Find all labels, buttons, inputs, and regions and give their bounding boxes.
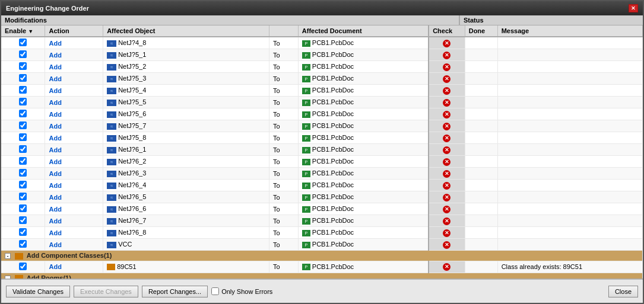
affected-doc-cell: PPCB1.PcbDoc bbox=[298, 97, 429, 108]
action-cell: Add bbox=[45, 203, 103, 215]
to-cell: To bbox=[269, 215, 298, 227]
row-enable-checkbox[interactable] bbox=[19, 240, 27, 248]
group-component-label: Add Component Classes(1) bbox=[27, 252, 112, 259]
table-row: Add≈NetJ?6_6ToPPCB1.PcbDoc✕ bbox=[1, 203, 643, 215]
table-row: Add≈NetJ?5_6ToPPCB1.PcbDoc✕ bbox=[1, 108, 643, 120]
check-error-icon: ✕ bbox=[443, 111, 451, 119]
table-row: Add≈NetJ?5_3ToPPCB1.PcbDoc✕ bbox=[1, 73, 643, 85]
group-row-component-classes: - Add Component Classes(1) bbox=[1, 251, 643, 261]
done-cell bbox=[465, 37, 497, 49]
row-enable-checkbox[interactable] bbox=[19, 62, 27, 70]
to-cell: To bbox=[269, 227, 298, 239]
action-cell: Add bbox=[45, 37, 103, 49]
affected-doc-cell: PPCB1.PcbDoc bbox=[298, 85, 429, 97]
affected-doc-cell: PPCB1.PcbDoc bbox=[298, 144, 429, 156]
affected-object-cell: ≈NetJ?5_5 bbox=[103, 97, 269, 108]
action-cell: Add bbox=[45, 49, 103, 61]
col-header-check: Check bbox=[429, 25, 465, 37]
row-enable-checkbox[interactable] bbox=[19, 110, 27, 117]
col-header-to bbox=[269, 25, 298, 37]
row-enable-checkbox[interactable] bbox=[19, 50, 27, 58]
check-error-icon: ✕ bbox=[443, 40, 451, 47]
affected-object-cell: ≈NetJ?6_3 bbox=[103, 168, 269, 180]
action-cell: Add bbox=[45, 132, 103, 144]
affected-doc-cell: PPCB1.PcbDoc bbox=[298, 180, 429, 191]
col-header-done: Done bbox=[465, 25, 497, 37]
check-error-icon: ✕ bbox=[443, 241, 451, 249]
row-enable-checkbox[interactable] bbox=[19, 145, 27, 153]
row-enable-checkbox[interactable] bbox=[19, 169, 27, 177]
done-cell bbox=[465, 227, 497, 239]
action-cell: Add bbox=[45, 97, 103, 108]
row-enable-checkbox[interactable] bbox=[19, 86, 27, 94]
message-cell bbox=[497, 227, 642, 239]
to-cell: To bbox=[269, 203, 298, 215]
only-show-errors-checkbox[interactable] bbox=[211, 287, 219, 295]
check-error-icon: ✕ bbox=[443, 52, 451, 59]
to-cell: To bbox=[269, 61, 298, 73]
done-cell bbox=[465, 73, 497, 85]
action-cell: Add bbox=[45, 120, 103, 132]
action-cell: Add bbox=[45, 239, 103, 251]
check-cell: ✕ bbox=[429, 49, 465, 61]
affected-doc-cell: PPCB1.PcbDoc bbox=[298, 227, 429, 239]
row-enable-checkbox[interactable] bbox=[19, 204, 27, 212]
report-changes-button[interactable]: Report Changes... bbox=[142, 286, 208, 297]
check-cell: ✕ bbox=[429, 156, 465, 168]
collapse-component-icon[interactable]: - bbox=[5, 253, 11, 259]
window-title: Engineering Change Order bbox=[6, 5, 89, 12]
done-cell bbox=[465, 144, 497, 156]
row-enable-checkbox[interactable] bbox=[19, 181, 27, 188]
row-enable-checkbox[interactable] bbox=[19, 263, 27, 270]
row-enable-checkbox[interactable] bbox=[19, 193, 27, 200]
message-cell bbox=[497, 132, 642, 144]
bottom-bar: Validate Changes Execute Changes Report … bbox=[1, 279, 643, 303]
affected-doc-cell: PPCB1.PcbDoc bbox=[298, 108, 429, 120]
done-cell bbox=[465, 168, 497, 180]
close-button[interactable]: Close bbox=[608, 286, 638, 297]
table-row: Add≈NetJ?6_1ToPPCB1.PcbDoc✕ bbox=[1, 144, 643, 156]
execute-changes-button[interactable]: Execute Changes bbox=[74, 286, 138, 297]
table-row: Add≈NetJ?5_1ToPPCB1.PcbDoc✕ bbox=[1, 49, 643, 61]
col-header-enable: Enable ▼ bbox=[1, 25, 45, 37]
folder-icon bbox=[15, 253, 23, 260]
to-cell: To bbox=[269, 239, 298, 251]
row-enable-checkbox[interactable] bbox=[19, 98, 27, 105]
row-enable-checkbox[interactable] bbox=[19, 228, 27, 236]
to-cell: To bbox=[269, 191, 298, 203]
affected-doc-cell: PPCB1.PcbDoc bbox=[298, 203, 429, 215]
check-error-icon: ✕ bbox=[443, 63, 451, 71]
affected-object-cell: 89C51 bbox=[103, 261, 269, 273]
table-row: Add≈NetJ?6_5ToPPCB1.PcbDoc✕ bbox=[1, 191, 643, 203]
row-enable-checkbox[interactable] bbox=[19, 216, 27, 224]
action-cell: Add bbox=[45, 156, 103, 168]
group-row-rooms: - Add Rooms(1) bbox=[1, 273, 643, 279]
row-enable-checkbox[interactable] bbox=[19, 157, 27, 165]
done-cell bbox=[465, 180, 497, 191]
affected-object-cell: ≈NetJ?5_2 bbox=[103, 61, 269, 73]
affected-doc-cell: PPCB1.PcbDoc bbox=[298, 239, 429, 251]
check-cell: ✕ bbox=[429, 227, 465, 239]
to-cell: To bbox=[269, 49, 298, 61]
affected-doc-cell: PPCB1.PcbDoc bbox=[298, 191, 429, 203]
to-cell: To bbox=[269, 144, 298, 156]
check-cell: ✕ bbox=[429, 97, 465, 108]
row-enable-checkbox[interactable] bbox=[19, 39, 27, 46]
check-cell: ✕ bbox=[429, 61, 465, 73]
check-error-icon: ✕ bbox=[443, 182, 451, 190]
check-error-icon: ✕ bbox=[443, 206, 451, 213]
action-cell: Add bbox=[45, 227, 103, 239]
table-row: Add≈NetJ?6_3ToPPCB1.PcbDoc✕ bbox=[1, 168, 643, 180]
table-row: Add≈NetJ?5_4ToPPCB1.PcbDoc✕ bbox=[1, 85, 643, 97]
validate-changes-button[interactable]: Validate Changes bbox=[6, 286, 70, 297]
row-enable-checkbox[interactable] bbox=[19, 121, 27, 129]
message-cell bbox=[497, 61, 642, 73]
row-enable-checkbox[interactable] bbox=[19, 133, 27, 141]
close-window-button[interactable]: ✕ bbox=[629, 4, 638, 12]
done-cell bbox=[465, 215, 497, 227]
done-cell bbox=[465, 239, 497, 251]
row-enable-checkbox[interactable] bbox=[19, 74, 27, 82]
to-cell: To bbox=[269, 108, 298, 120]
message-cell bbox=[497, 85, 642, 97]
check-error-icon: ✕ bbox=[443, 194, 451, 201]
